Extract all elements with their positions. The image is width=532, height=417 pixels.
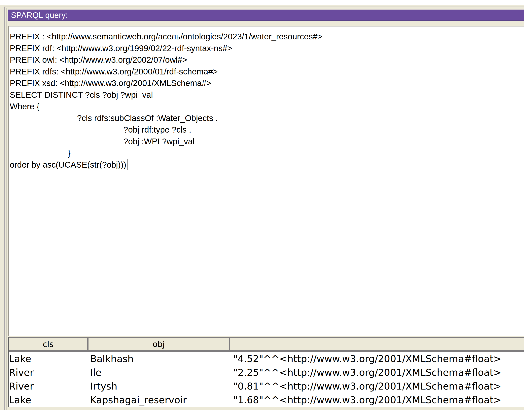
results-body: Lake Balkhash "4.52"^^<http://www.w3.org… [9,352,524,407]
cell-wpi-val: "2.25"^^<http://www.w3.org/2001/XMLSchem… [231,367,524,378]
sparql-query-text: PREFIX : <http://www.semanticweb.org/асе… [10,32,322,169]
cell-obj: Ile [90,367,231,378]
table-row[interactable]: Lake Kapshagai_reservoir "1.68"^^<http:/… [9,393,524,407]
cell-wpi-val: "0.81"^^<http://www.w3.org/2001/XMLSchem… [231,381,524,392]
cell-wpi-val: "4.52"^^<http://www.w3.org/2001/XMLSchem… [231,353,524,364]
cell-obj: Irtysh [90,381,231,392]
table-row[interactable]: Lake Balkhash "4.52"^^<http://www.w3.org… [9,352,524,365]
cell-obj: Balkhash [90,353,231,364]
cell-obj: Kapshagai_reservoir [90,394,231,406]
text-caret [127,159,128,170]
query-editor-area[interactable]: PREFIX : <http://www.semanticweb.org/асе… [8,26,524,336]
cell-wpi-val: "1.68"^^<http://www.w3.org/2001/XMLSchem… [231,394,524,406]
cell-cls: River [9,381,90,392]
column-header-cls[interactable]: cls [9,338,89,350]
cell-cls: Lake [9,394,90,406]
sparql-query-editor[interactable]: PREFIX : <http://www.semanticweb.org/асе… [9,26,524,171]
table-row[interactable]: River Ile "2.25"^^<http://www.w3.org/200… [9,365,524,379]
sparql-query-panel: SPARQL query: PREFIX : <http://www.seman… [0,5,524,410]
table-row[interactable]: River Irtysh "0.81"^^<http://www.w3.org/… [9,379,524,393]
column-header-wpi-val[interactable] [230,338,524,350]
cell-cls: River [9,367,90,378]
panel-titlebar: SPARQL query: [8,10,524,21]
results-table: cls obj Lake Balkhash "4.52"^^<http://ww… [8,337,524,407]
panel-title: SPARQL query: [11,11,68,20]
cell-cls: Lake [9,353,90,364]
results-header-row: cls obj [9,337,524,352]
figure-canvas: SPARQL query: PREFIX : <http://www.seman… [0,0,532,417]
column-header-obj[interactable]: obj [89,338,230,350]
